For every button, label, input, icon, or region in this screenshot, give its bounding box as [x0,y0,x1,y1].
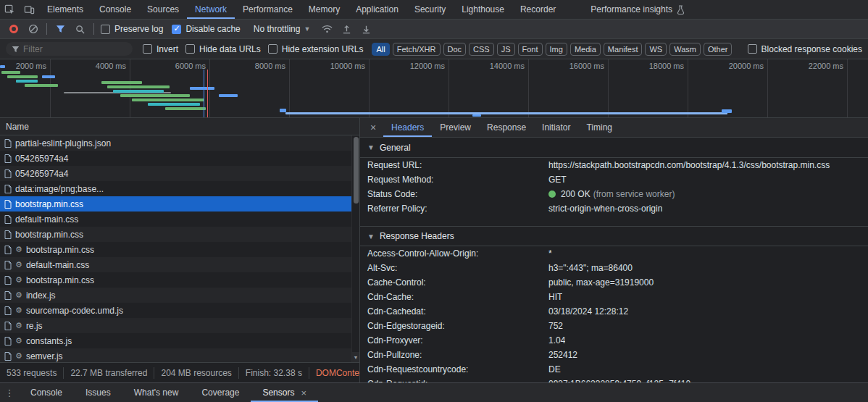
scrollbar-thumb[interactable] [354,137,359,204]
header-name: Referrer Policy: [367,204,548,214]
waterfall-time-label: 16000 ms [569,62,608,70]
section-header-response-headers[interactable]: ▼Response Headers [360,226,868,246]
inspect-element-icon[interactable] [0,0,20,19]
tab-lighthouse[interactable]: Lighthouse [454,0,512,19]
request-row[interactable]: ⚙sourcemap-codec.umd.js [0,303,351,318]
request-name: sourcemap-codec.umd.js [26,306,123,316]
header-value: 03/18/2024 12:28:12 [548,306,628,317]
tab-elements[interactable]: Elements [39,0,91,19]
file-icon [4,337,12,346]
header-value-text: h3=":443"; ma=86400 [548,263,633,273]
filter-pill-manifest[interactable]: Manifest [604,43,643,56]
filter-pill-css[interactable]: CSS [469,43,494,56]
request-row[interactable]: ⚙bootstrap.min.css [0,242,351,257]
request-row[interactable]: ⚙constants.js [0,333,351,348]
request-row[interactable]: ⚙re.js [0,318,351,333]
request-row[interactable]: ⚙index.js [0,288,351,303]
request-row[interactable]: default-main.css [0,212,351,227]
tab-memory[interactable]: Memory [301,0,348,19]
name-column-header[interactable]: Name [0,118,359,135]
blocked-response-cookies-toggle[interactable]: Blocked response cookies [748,44,862,54]
close-drawer-tab-icon[interactable]: × [301,388,306,398]
device-toolbar-icon[interactable] [20,0,39,19]
hide-extension-urls-toggle[interactable]: Hide extension URLs [268,44,364,54]
request-row[interactable]: ⚙semver.js [0,348,351,362]
details-tab-preview[interactable]: Preview [432,118,479,137]
request-row[interactable]: partial-eslint-plugins.json [0,135,351,151]
waterfall-time-label: 2000 ms [16,62,50,70]
header-name: Status Code: [367,189,548,199]
scrollbar-down-button[interactable]: ▼ [352,352,359,362]
filter-pill-other[interactable]: Other [704,43,733,56]
waterfall-bar [113,90,164,93]
details-tab-response[interactable]: Response [479,118,534,137]
request-row[interactable]: bootstrap.min.css [0,196,351,212]
filter-pill-js[interactable]: JS [497,43,515,56]
file-icon [4,169,12,178]
throttling-select[interactable]: No throttling ▼ [254,24,311,34]
filter-pill-all[interactable]: All [372,43,389,56]
clear-button[interactable] [23,24,43,34]
request-row[interactable]: 054265974a4 [0,151,351,166]
tab-application[interactable]: Application [348,0,406,19]
waterfall-time-label: 18000 ms [649,62,688,70]
network-conditions-icon[interactable] [317,25,337,33]
drawer-tab-what-s-new[interactable]: What's new [122,383,191,402]
filter-pill-ws[interactable]: WS [645,43,667,56]
hide-extension-urls-checkbox[interactable] [268,44,277,54]
header-row: Request Method:GET [360,172,868,187]
filter-pill-img[interactable]: Img [546,43,567,56]
invert-toggle[interactable]: Invert [143,44,178,54]
search-button[interactable] [70,25,90,34]
waterfall-bar [0,65,5,68]
tab-console[interactable]: Console [91,0,139,19]
waterfall-bar [7,75,38,78]
drawer-tab-issues[interactable]: Issues [74,383,122,402]
invert-checkbox[interactable] [143,44,152,54]
tab-performance[interactable]: Performance [235,0,301,19]
request-row[interactable]: ⚙bootstrap.min.css [0,272,351,288]
waterfall-bar [190,87,214,90]
filter-pill-wasm[interactable]: Wasm [669,43,701,56]
filter-pill-font[interactable]: Font [518,43,543,56]
request-row[interactable]: bootstrap.min.css [0,227,351,242]
tab-security[interactable]: Security [406,0,454,19]
blocked-response-cookies-checkbox[interactable] [748,44,757,54]
drawer-tab-console[interactable]: Console [19,383,74,402]
section-header-general[interactable]: ▼General [360,138,868,158]
disable-cache-checkbox[interactable] [172,25,181,34]
preserve-log-checkbox[interactable] [101,25,110,34]
throttling-value: No throttling [254,24,301,34]
hide-data-urls-toggle[interactable]: Hide data URLs [185,44,261,54]
request-row[interactable]: ⚙default-main.css [0,257,351,272]
hide-data-urls-checkbox[interactable] [185,44,195,54]
details-tab-timing[interactable]: Timing [578,118,620,137]
filter-pill-doc[interactable]: Doc [443,43,467,56]
request-row[interactable]: data:image/png;base... [0,181,351,196]
filter-pill-media[interactable]: Media [570,43,601,56]
close-details-button[interactable]: × [363,118,383,137]
filter-pill-fetch-xhr[interactable]: Fetch/XHR [393,43,441,56]
record-button[interactable] [4,25,23,33]
import-har-button[interactable] [337,25,356,34]
filter-input[interactable] [6,42,133,56]
waterfall-overview[interactable]: 2000 ms4000 ms6000 ms8000 ms10000 ms1200… [0,59,868,118]
details-tab-initiator[interactable]: Initiator [534,118,578,137]
header-value: https://stackpath.bootstrapcdn.com/boots… [548,160,830,170]
tab-recorder[interactable]: Recorder [512,0,564,19]
requests-scrollbar[interactable]: ▼ [351,135,359,362]
drawer-tab-label: Issues [85,388,111,398]
preserve-log-toggle[interactable]: Preserve log [101,24,163,34]
drawer-menu-icon[interactable]: ⋮ [0,383,19,402]
tab-sources[interactable]: Sources [139,0,187,19]
tab-performance-insights[interactable]: Performance insights [583,0,693,19]
tab-network[interactable]: Network [187,0,235,19]
disable-cache-toggle[interactable]: Disable cache [172,24,240,34]
filter-text-field[interactable] [23,44,117,54]
request-row[interactable]: 054265974a4 [0,166,351,181]
details-tab-headers[interactable]: Headers [383,118,432,137]
drawer-tab-sensors[interactable]: Sensors× [251,383,318,402]
export-har-button[interactable] [356,25,376,34]
filter-toggle-button[interactable] [51,25,70,33]
drawer-tab-coverage[interactable]: Coverage [190,383,251,402]
